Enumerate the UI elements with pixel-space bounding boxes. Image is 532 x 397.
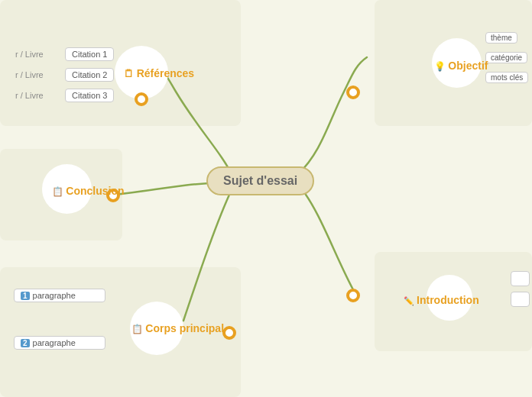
intro-label: ✏️ Introduction: [404, 294, 479, 306]
conclusion-label: 📋 Conclusion: [52, 185, 125, 197]
intro-box-2: [511, 292, 530, 307]
kw-mots: mots clés: [485, 72, 528, 83]
ring-objectif: [346, 86, 360, 99]
intro-box-1: [511, 271, 530, 286]
central-node: Sujet d'essai: [206, 166, 314, 195]
ref-source-1: r / Livre: [15, 50, 44, 59]
para-num-2: 2: [21, 339, 30, 347]
kw-theme: thème: [485, 32, 517, 44]
citation-1: Citation 1: [65, 47, 114, 61]
references-label: 🗒 Références: [124, 67, 194, 79]
corps-label: 📋 Corps principal: [131, 322, 224, 334]
objectif-label: 💡 Objectif: [434, 60, 488, 72]
citation-2: Citation 2: [65, 68, 114, 82]
kw-category: catégorie: [485, 52, 527, 63]
citation-3: Citation 3: [65, 89, 114, 102]
ring-references: [135, 92, 148, 106]
ring-corps: [222, 326, 236, 340]
ring-intro: [346, 289, 360, 302]
para-1: 1 paragraphe: [14, 289, 105, 302]
para-num-1: 1: [21, 292, 30, 300]
ref-source-3: r / Livre: [15, 91, 44, 100]
para-2: 2 paragraphe: [14, 336, 105, 350]
central-label: Sujet d'essai: [223, 174, 297, 187]
ref-source-2: r / Livre: [15, 70, 44, 79]
